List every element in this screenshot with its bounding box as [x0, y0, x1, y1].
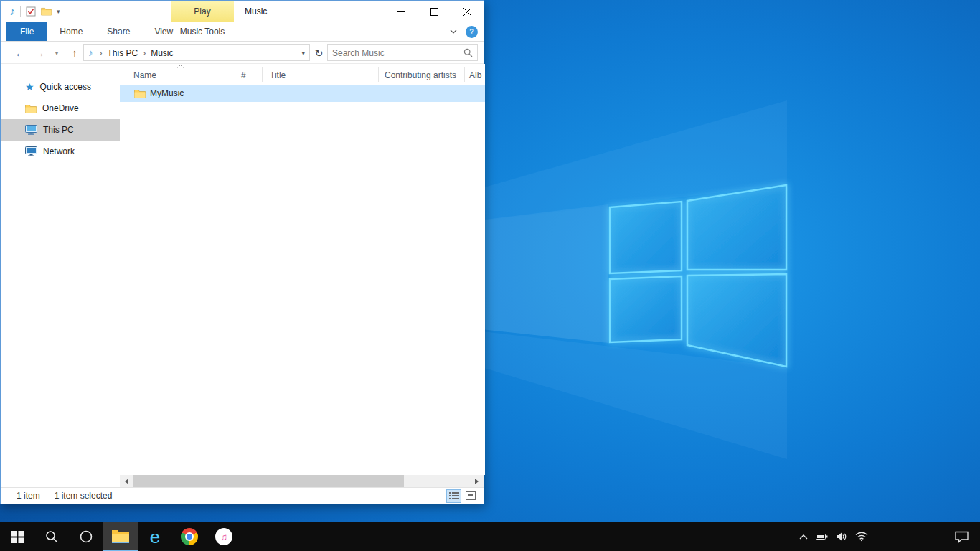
search-input[interactable] [328, 48, 463, 58]
refresh-button[interactable]: ↻ [311, 44, 327, 61]
sidebar-item-onedrive[interactable]: OneDrive [1, 98, 120, 119]
itunes-icon: ♫ [215, 528, 232, 545]
wifi-icon [855, 532, 868, 542]
scroll-left-button[interactable] [120, 475, 132, 487]
close-icon [463, 8, 471, 16]
chevron-up-icon [799, 534, 808, 540]
file-row-mymusic[interactable]: MyMusic [120, 85, 485, 102]
windows-logo [610, 185, 786, 367]
column-headers: Name # Title Contributing artists Alb [120, 64, 485, 85]
column-header-track-number[interactable]: # [241, 64, 246, 85]
file-name: MyMusic [150, 88, 184, 98]
ribbon-right-controls: ? [450, 22, 478, 41]
folder-icon [134, 89, 146, 98]
triangle-left-icon [122, 479, 128, 484]
column-header-album[interactable]: Alb [469, 64, 481, 85]
minimize-icon [397, 8, 405, 16]
network-icon [25, 146, 37, 156]
address-toolbar: ← → ▾ ↑ ♪ › This PC › Music ▾ ↻ [1, 42, 484, 64]
taskbar-search-button[interactable] [34, 522, 69, 551]
minimize-button[interactable] [385, 1, 418, 22]
column-separator[interactable] [464, 67, 465, 82]
sidebar-item-label: Network [43, 146, 75, 156]
quick-access-toolbar: ▾ [26, 6, 60, 17]
column-header-name[interactable]: Name [133, 64, 156, 85]
action-center-icon [955, 531, 969, 543]
chrome-icon [181, 528, 198, 545]
address-dropdown-chevron-icon[interactable]: ▾ [301, 50, 305, 57]
scrollbar-thumb[interactable] [133, 475, 404, 487]
triangle-right-icon [475, 479, 481, 484]
details-view-button[interactable] [446, 489, 461, 503]
start-button[interactable] [0, 522, 34, 551]
title-bar: ♪ ▾ Play Music [1, 1, 484, 22]
file-explorer-icon [111, 529, 130, 544]
details-view-icon [449, 491, 459, 500]
computer-monitor-icon [25, 125, 37, 135]
column-header-contributing-artists[interactable]: Contributing artists [385, 64, 456, 85]
column-separator[interactable] [235, 67, 235, 82]
horizontal-scrollbar [120, 475, 484, 487]
address-bar[interactable]: ♪ › This PC › Music ▾ [83, 44, 310, 61]
network-indicator[interactable] [855, 532, 868, 542]
volume-indicator[interactable] [836, 532, 847, 542]
cortana-circle-icon [79, 529, 93, 544]
onedrive-folder-icon [25, 104, 37, 113]
qat-new-folder-icon[interactable] [41, 7, 52, 16]
scrollbar-track[interactable] [132, 475, 471, 487]
star-icon: ★ [25, 82, 34, 92]
column-header-title[interactable]: Title [270, 64, 286, 85]
taskbar-internet-explorer-button[interactable]: e [138, 522, 172, 551]
search-icon [44, 529, 59, 544]
contextual-tab-group-play[interactable]: Play [171, 1, 234, 22]
column-separator[interactable] [378, 67, 379, 82]
sidebar-item-quick-access[interactable]: ★ Quick access [1, 76, 120, 98]
up-button[interactable]: ↑ [67, 42, 82, 64]
file-list-pane: Name # Title Contributing artists Alb My… [120, 64, 485, 475]
internet-explorer-icon: e [150, 528, 161, 546]
taskbar-itunes-button[interactable]: ♫ [207, 522, 241, 551]
breadcrumb-this-pc[interactable]: This PC [106, 48, 140, 58]
taskbar-file-explorer-button[interactable] [103, 522, 138, 551]
music-note-location-icon: ♪ [88, 47, 93, 58]
tab-share[interactable]: Share [95, 22, 142, 41]
window-title: Music [245, 1, 267, 22]
breadcrumb-chevron-icon[interactable]: › [139, 48, 149, 58]
large-icons-view-icon [466, 491, 476, 500]
back-button[interactable]: ← [12, 42, 28, 64]
qat-properties-icon[interactable] [26, 6, 36, 17]
file-explorer-window: ♪ ▾ Play Music [0, 0, 484, 504]
item-count: 1 item [17, 491, 40, 501]
taskbar-chrome-button[interactable] [172, 522, 207, 551]
tab-home[interactable]: Home [47, 22, 95, 41]
help-icon[interactable]: ? [466, 26, 478, 38]
maximize-icon [430, 8, 438, 16]
battery-indicator[interactable] [816, 532, 828, 541]
expand-ribbon-chevron-icon[interactable] [450, 29, 457, 34]
show-hidden-icons-chevron[interactable] [799, 534, 808, 540]
large-icons-view-button[interactable] [463, 489, 478, 503]
action-center-button[interactable] [947, 522, 976, 551]
breadcrumb-music[interactable]: Music [149, 48, 174, 58]
forward-button[interactable]: → [32, 42, 47, 64]
cortana-button[interactable] [69, 522, 103, 551]
tab-music-tools[interactable]: Music Tools [171, 22, 234, 41]
titlebar-divider [20, 6, 21, 17]
close-button[interactable] [451, 1, 484, 22]
qat-customize-chevron-icon[interactable]: ▾ [57, 8, 60, 15]
maximize-button[interactable] [418, 1, 451, 22]
sidebar-item-this-pc[interactable]: This PC [1, 119, 120, 141]
breadcrumb-chevron-icon[interactable]: › [96, 48, 106, 58]
tab-file[interactable]: File [6, 22, 47, 41]
sidebar-item-label: Quick access [40, 82, 91, 92]
sidebar-item-label: This PC [43, 125, 74, 135]
system-tray [799, 522, 868, 551]
play-tab-label: Play [194, 6, 210, 17]
recent-locations-chevron-icon[interactable]: ▾ [51, 42, 62, 64]
sidebar-item-network[interactable]: Network [1, 141, 120, 162]
search-icon[interactable] [463, 48, 473, 57]
taskbar: e ♫ [0, 522, 980, 551]
scroll-right-button[interactable] [471, 475, 484, 487]
status-bar: 1 item 1 item selected [1, 487, 484, 504]
column-separator[interactable] [262, 67, 263, 82]
